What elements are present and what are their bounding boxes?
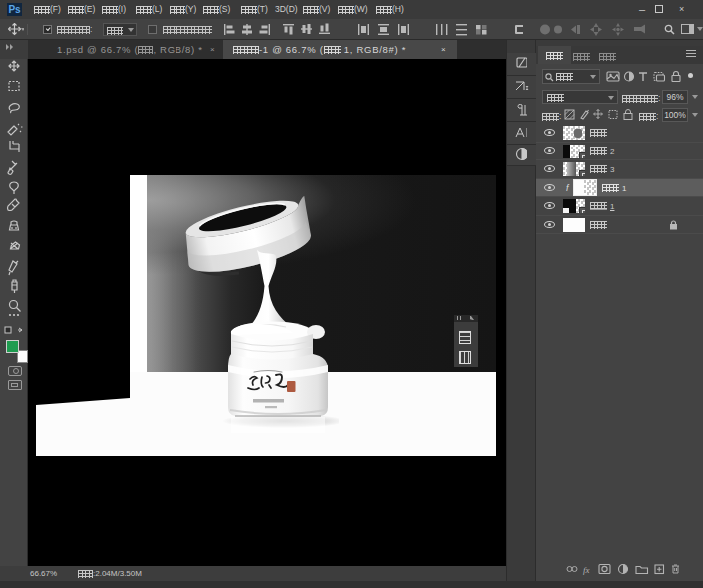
svg-text:fx: fx	[583, 565, 590, 575]
